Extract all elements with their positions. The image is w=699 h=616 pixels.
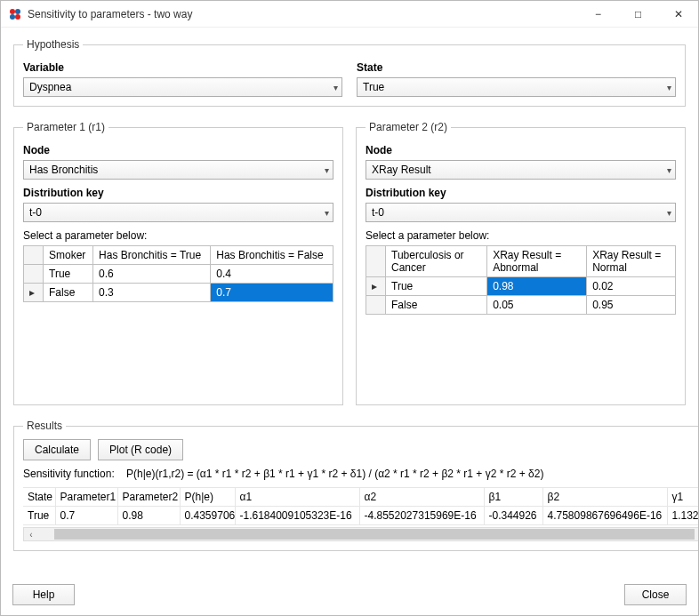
param1-distkey-value: t-0 bbox=[29, 206, 42, 219]
results-th: β2 bbox=[542, 488, 667, 507]
results-th: β1 bbox=[484, 488, 542, 507]
param1-cell-selected[interactable]: 0.7 bbox=[211, 284, 333, 302]
param1-cell[interactable]: False bbox=[44, 284, 93, 302]
chevron-down-icon: ▾ bbox=[667, 83, 671, 92]
param2-legend: Parameter 2 (r2) bbox=[366, 121, 451, 133]
sensitivity-function-value: P(h|e)(r1,r2) = (α1 * r1 * r2 + β1 * r1 … bbox=[126, 468, 543, 480]
param1-cell[interactable]: True bbox=[44, 265, 93, 284]
param2-node-value: XRay Result bbox=[372, 164, 431, 176]
scroll-thumb[interactable] bbox=[54, 529, 695, 540]
results-th: Parameter1 bbox=[55, 488, 117, 507]
state-combo-value: True bbox=[363, 81, 384, 93]
variable-combo-value: Dyspnea bbox=[29, 81, 71, 93]
results-th: P(h|e) bbox=[180, 488, 235, 507]
hypothesis-legend: Hypothesis bbox=[23, 38, 83, 51]
results-cell: 0.4359706 bbox=[180, 507, 235, 525]
chevron-down-icon: ▾ bbox=[325, 208, 329, 218]
param2-th-rowhdr bbox=[366, 246, 386, 277]
param2-cell-selected[interactable]: 0.98 bbox=[487, 277, 587, 296]
results-cell: -4.8552027315969E-16 bbox=[359, 507, 484, 525]
chevron-down-icon: ▾ bbox=[333, 83, 338, 92]
hypothesis-fieldset: Hypothesis Variable Dyspnea ▾ State True… bbox=[13, 38, 686, 107]
param2-node-combo[interactable]: XRay Result ▾ bbox=[366, 160, 676, 180]
close-window-button[interactable]: ✕ bbox=[658, 1, 698, 28]
param1-th3: Has Bronchitis = False bbox=[211, 246, 333, 265]
param1-table[interactable]: Smoker Has Bronchitis = True Has Bronchi… bbox=[23, 245, 333, 302]
results-cell: 0.98 bbox=[117, 507, 180, 525]
param1-th1: Smoker bbox=[44, 246, 93, 265]
param1-distkey-combo[interactable]: t-0 ▾ bbox=[23, 203, 333, 222]
results-cell: 0.7 bbox=[55, 507, 117, 525]
param2-cell[interactable]: False bbox=[386, 296, 487, 315]
param2-th3: XRay Result = Normal bbox=[587, 246, 676, 277]
param1-cell[interactable]: 0.6 bbox=[93, 265, 211, 284]
param2-cell[interactable]: True bbox=[386, 277, 487, 296]
chevron-down-icon: ▾ bbox=[667, 165, 671, 175]
state-combo[interactable]: True ▾ bbox=[357, 77, 676, 97]
results-table[interactable]: State Parameter1 Parameter2 P(h|e) α1 α2… bbox=[23, 487, 699, 525]
help-button[interactable]: Help bbox=[12, 584, 75, 605]
param1-node-combo[interactable]: Has Bronchitis ▾ bbox=[23, 160, 333, 180]
param1-legend: Parameter 1 (r1) bbox=[23, 121, 108, 133]
chevron-down-icon: ▾ bbox=[667, 208, 671, 218]
svg-point-1 bbox=[15, 9, 20, 14]
param2-select-label: Select a parameter below: bbox=[366, 229, 676, 242]
state-label: State bbox=[357, 61, 676, 74]
calculate-button[interactable]: Calculate bbox=[23, 439, 91, 460]
variable-label: Variable bbox=[23, 61, 342, 74]
param1-distkey-label: Distribution key bbox=[23, 187, 333, 199]
results-cell: 1.13288063 bbox=[667, 507, 699, 525]
param1-row[interactable]: ▸ False 0.3 0.7 bbox=[24, 284, 333, 302]
param1-cell[interactable]: 0.3 bbox=[93, 284, 211, 302]
param1-th2: Has Bronchitis = True bbox=[93, 246, 211, 265]
minimize-button[interactable]: − bbox=[578, 1, 618, 28]
param2-row[interactable]: False 0.05 0.95 bbox=[366, 296, 676, 315]
param1-row[interactable]: True 0.6 0.4 bbox=[24, 265, 333, 284]
results-th: α2 bbox=[359, 488, 484, 507]
param2-table[interactable]: Tuberculosis or Cancer XRay Result = Abn… bbox=[366, 245, 676, 315]
param2-cell[interactable]: 0.95 bbox=[587, 296, 676, 315]
results-horizontal-scrollbar[interactable]: ‹ › bbox=[23, 527, 699, 541]
titlebar: Sensitivity to parameters - two way − □ … bbox=[1, 1, 698, 28]
results-row[interactable]: True 0.7 0.98 0.4359706 -1.6184009105323… bbox=[23, 507, 699, 525]
scroll-left-icon[interactable]: ‹ bbox=[24, 528, 38, 540]
param1-th-rowhdr bbox=[24, 246, 44, 265]
param2-cell[interactable]: 0.02 bbox=[587, 277, 676, 296]
sensitivity-function-label: Sensitivity function: bbox=[23, 468, 115, 480]
scroll-track[interactable] bbox=[38, 528, 699, 540]
svg-point-3 bbox=[15, 14, 20, 20]
app-icon bbox=[8, 7, 22, 21]
results-cell: -0.344926 bbox=[484, 507, 542, 525]
minimize-icon: − bbox=[595, 8, 601, 20]
svg-point-0 bbox=[10, 9, 15, 14]
results-cell: True bbox=[23, 507, 55, 525]
maximize-button[interactable]: □ bbox=[618, 1, 658, 28]
param2-th2: XRay Result = Abnormal bbox=[487, 246, 587, 277]
results-th: α1 bbox=[235, 488, 359, 507]
results-th: γ1 bbox=[667, 488, 699, 507]
results-th: Parameter2 bbox=[117, 488, 180, 507]
param2-fieldset: Parameter 2 (r2) Node XRay Result ▾ Dist… bbox=[356, 121, 686, 405]
close-button[interactable]: Close bbox=[624, 584, 687, 605]
close-icon: ✕ bbox=[674, 8, 683, 20]
chevron-down-icon: ▾ bbox=[325, 165, 329, 175]
plot-r-code-button[interactable]: Plot (R code) bbox=[98, 439, 183, 460]
param1-row-indicator: ▸ bbox=[24, 284, 44, 302]
results-fieldset: Results Calculate Plot (R code) Sensitiv… bbox=[13, 420, 699, 551]
param2-th1: Tuberculosis or Cancer bbox=[386, 246, 487, 277]
param1-row-indicator bbox=[24, 265, 44, 284]
param2-row[interactable]: ▸ True 0.98 0.02 bbox=[366, 277, 676, 296]
param2-distkey-combo[interactable]: t-0 ▾ bbox=[366, 203, 676, 222]
window-title: Sensitivity to parameters - two way bbox=[28, 8, 578, 20]
results-th: State bbox=[23, 488, 55, 507]
variable-combo[interactable]: Dyspnea ▾ bbox=[23, 77, 342, 97]
param2-row-indicator bbox=[366, 296, 386, 315]
results-cell: 4.75809867696496E-16 bbox=[542, 507, 667, 525]
svg-point-2 bbox=[10, 14, 15, 20]
param1-cell[interactable]: 0.4 bbox=[211, 265, 333, 284]
param1-node-label: Node bbox=[23, 144, 333, 156]
param1-node-value: Has Bronchitis bbox=[29, 164, 98, 176]
param2-cell[interactable]: 0.05 bbox=[487, 296, 587, 315]
results-legend: Results bbox=[23, 420, 66, 432]
results-cell: -1.6184009105323E-16 bbox=[235, 507, 359, 525]
